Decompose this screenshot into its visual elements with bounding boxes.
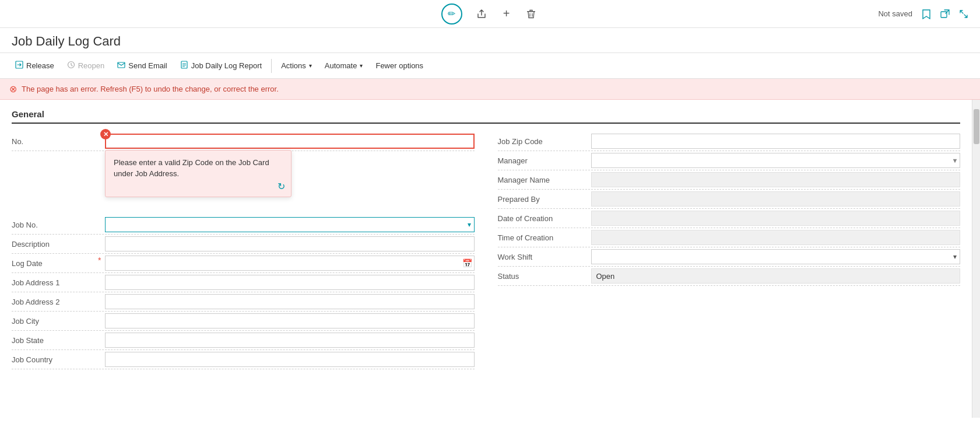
label-description: Description	[12, 240, 105, 249]
label-job-city: Job City	[12, 317, 105, 326]
job-city-input[interactable]	[105, 313, 475, 328]
calendar-icon[interactable]: 📅	[462, 258, 472, 268]
error-banner-message: The page has an error. Refresh (F5) to u…	[22, 85, 279, 93]
release-button[interactable]: Release	[9, 57, 60, 74]
edit-icon: ✏	[448, 8, 455, 19]
actions-button[interactable]: Actions ▾	[275, 58, 318, 74]
control-job-zip-code	[591, 134, 961, 149]
fewer-options-label: Fewer options	[375, 61, 423, 70]
job-country-input[interactable]	[105, 352, 475, 367]
form-row-job-address-1: Job Address 1	[12, 273, 475, 292]
send-email-label: Send Email	[128, 61, 167, 70]
actions-chevron: ▾	[309, 62, 312, 69]
page-title: Job Daily Log Card	[0, 28, 980, 53]
top-bar-right: Not saved	[878, 6, 971, 22]
reopen-icon	[67, 61, 75, 71]
share-button[interactable]	[474, 6, 489, 22]
expand-button[interactable]	[957, 7, 971, 21]
share-icon	[476, 9, 487, 19]
field-error-wrapper-no: ✕ Please enter a valid Zip Code on the J…	[105, 134, 475, 149]
delete-button[interactable]	[524, 6, 539, 22]
form-row-date-of-creation: Date of Creation	[498, 209, 961, 228]
reopen-button[interactable]: Reopen	[61, 57, 111, 74]
label-prepared-by: Prepared By	[498, 195, 591, 204]
form-row-job-no: Job No.	[12, 215, 475, 235]
label-job-country: Job Country	[12, 355, 105, 364]
form-row-work-shift: Work Shift ▾	[498, 247, 961, 267]
control-log-date: * 📅	[105, 256, 475, 271]
job-no-select[interactable]	[105, 217, 475, 232]
log-date-input[interactable]	[105, 256, 475, 271]
control-manager: ▾	[591, 153, 961, 168]
release-label: Release	[26, 61, 54, 70]
error-popup-message: Please enter a valid Zip Code on the Job…	[114, 158, 269, 177]
work-shift-select[interactable]	[591, 249, 961, 264]
prepared-by-value	[591, 191, 961, 207]
control-job-country	[105, 352, 475, 367]
no-input[interactable]	[105, 134, 475, 149]
label-no: No.	[12, 137, 105, 146]
label-job-state: Job State	[12, 336, 105, 345]
job-daily-log-report-button[interactable]: Job Daily Log Report	[174, 57, 268, 74]
fewer-options-button[interactable]: Fewer options	[370, 58, 429, 74]
top-bar: ✏ + Not saved	[0, 0, 980, 28]
not-saved-label: Not saved	[878, 9, 912, 18]
error-popup-refresh-button[interactable]: ↻	[278, 181, 285, 192]
add-button[interactable]: +	[501, 5, 512, 23]
error-popup: Please enter a valid Zip Code on the Job…	[105, 150, 291, 197]
release-icon	[15, 61, 23, 71]
actions-label: Actions	[281, 61, 306, 70]
label-date-of-creation: Date of Creation	[498, 214, 591, 223]
control-description	[105, 236, 475, 251]
error-banner: ⊗ The page has an error. Refresh (F5) to…	[0, 79, 980, 100]
top-bar-icons	[919, 6, 971, 22]
edit-button[interactable]: ✏	[441, 4, 462, 25]
required-star: *	[98, 256, 101, 265]
job-zip-code-input[interactable]	[591, 134, 961, 149]
manager-name-value	[591, 172, 961, 187]
open-new-button[interactable]	[938, 7, 952, 21]
open-new-icon	[940, 9, 950, 19]
time-of-creation-value	[591, 230, 961, 245]
label-job-zip-code: Job Zip Code	[498, 137, 591, 146]
main-content: General No. ✕ Please enter a valid Zip C…	[0, 100, 972, 418]
form-row-manager-name: Manager Name	[498, 170, 961, 190]
top-bar-center: ✏ +	[441, 4, 539, 25]
manager-select[interactable]	[591, 153, 961, 168]
job-daily-log-report-label: Job Daily Log Report	[191, 61, 262, 70]
toolbar-separator	[271, 59, 272, 73]
expand-icon	[959, 9, 968, 19]
report-icon	[180, 61, 188, 71]
control-job-address-2	[105, 294, 475, 309]
job-address-1-input[interactable]	[105, 275, 475, 290]
control-no: ✕ Please enter a valid Zip Code on the J…	[105, 134, 475, 149]
label-job-address-1: Job Address 1	[12, 278, 105, 287]
left-column: No. ✕ Please enter a valid Zip Code on t…	[12, 132, 475, 369]
automate-label: Automate	[325, 61, 357, 70]
send-email-button[interactable]: Send Email	[111, 57, 173, 74]
label-manager-name: Manager Name	[498, 176, 591, 184]
label-work-shift: Work Shift	[498, 253, 591, 261]
control-time-of-creation	[591, 230, 961, 245]
form-row-status: Status Open	[498, 267, 961, 286]
scrollbar-thumb[interactable]	[974, 109, 979, 144]
automate-button[interactable]: Automate ▾	[319, 58, 369, 74]
control-work-shift: ▾	[591, 249, 961, 264]
date-wrapper: 📅	[105, 256, 475, 271]
control-job-city	[105, 313, 475, 328]
label-job-address-2: Job Address 2	[12, 298, 105, 306]
description-input[interactable]	[105, 236, 475, 251]
automate-chevron: ▾	[360, 62, 363, 69]
job-state-input[interactable]	[105, 333, 475, 348]
control-manager-name	[591, 172, 961, 187]
bookmark-button[interactable]	[919, 6, 933, 22]
date-of-creation-value	[591, 211, 961, 226]
form-row-job-city: Job City	[12, 312, 475, 331]
svg-rect-3	[941, 12, 947, 18]
job-address-2-input[interactable]	[105, 294, 475, 309]
content-area: General No. ✕ Please enter a valid Zip C…	[0, 100, 980, 418]
general-section-heading: General	[12, 109, 960, 124]
form-row-prepared-by: Prepared By	[498, 190, 961, 209]
control-date-of-creation	[591, 211, 961, 226]
control-job-address-1	[105, 275, 475, 290]
